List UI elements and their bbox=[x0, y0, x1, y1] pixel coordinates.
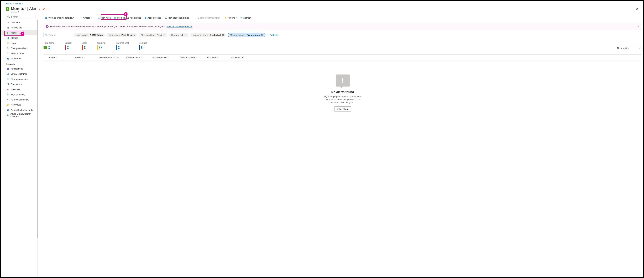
view-as-timeline-button[interactable]: ▦View as timeline (preview) bbox=[44, 15, 76, 20]
sidebar-item-logs[interactable]: 🗄Logs bbox=[1, 40, 37, 46]
refresh-icon: ⟳ bbox=[240, 16, 242, 19]
page-header: ! Monitor | Alerts Microsoft 📌 … ✕ bbox=[1, 5, 643, 14]
filter-alert-condition[interactable]: Alert condition : Fired✕ bbox=[139, 33, 167, 37]
col-affected-resource[interactable]: Affected resource↑↓ bbox=[97, 56, 124, 59]
col-severity[interactable]: Severity↑↓ bbox=[73, 56, 97, 59]
sidebar-item-cosmos-db[interactable]: ✦Azure Cosmos DB bbox=[1, 97, 37, 102]
alerts-search[interactable]: 🔍 bbox=[44, 33, 72, 37]
alerts-search-input[interactable] bbox=[49, 34, 70, 36]
workbooks-icon: ▣ bbox=[6, 57, 9, 60]
sort-icon: ↑↓ bbox=[168, 57, 170, 59]
total-alerts-icon bbox=[44, 46, 47, 49]
sidebar-item-metrics[interactable]: 📊Metrics bbox=[1, 35, 37, 40]
info-banner-text: New: View alerts visualized on a timelin… bbox=[50, 25, 192, 28]
severity-bar-info bbox=[116, 45, 117, 50]
filter-plus-icon: ⫟ bbox=[267, 34, 269, 36]
filter-time-range[interactable]: Time range : Past 30 days bbox=[106, 33, 137, 37]
count-label: Error bbox=[82, 42, 87, 44]
search-icon: 🔍 bbox=[7, 15, 10, 18]
activity-log-icon: ▤ bbox=[6, 26, 9, 29]
col-user-response[interactable]: User response↑↓ bbox=[150, 56, 178, 59]
chevron-down-icon: ▾ bbox=[91, 17, 92, 19]
collapse-sidebar-icon[interactable]: « bbox=[35, 15, 36, 18]
col-subscription[interactable]: Subscription bbox=[230, 56, 257, 59]
sidebar-item-data-explorer[interactable]: ▤Azure Data Explorer Clusters bbox=[1, 112, 37, 118]
col-alert-condition[interactable]: Alert condition↑↓ bbox=[124, 56, 150, 59]
sidebar-item-change-analysis[interactable]: ✎Change Analysis bbox=[1, 46, 37, 51]
count-label: Verbose bbox=[139, 42, 147, 44]
remove-filter-icon[interactable]: ✕ bbox=[163, 34, 165, 36]
more-icon[interactable]: … bbox=[47, 7, 50, 10]
add-filter-button[interactable]: ⫟Add filter bbox=[267, 34, 278, 36]
count-error[interactable]: Error 0 bbox=[82, 42, 87, 50]
sidebar-item-virtual-machines[interactable]: 🖥Virtual Machines bbox=[1, 71, 37, 76]
action-groups-button[interactable]: ▦Action groups bbox=[143, 15, 163, 20]
count-total[interactable]: Total alerts 0 bbox=[44, 42, 54, 50]
sidebar-item-label: Metrics bbox=[11, 37, 18, 39]
alert-rules-button[interactable]: ☷Alert rules bbox=[96, 15, 112, 20]
count-verbose[interactable]: Verbose 0 bbox=[139, 42, 147, 50]
count-informational[interactable]: Informational 0 bbox=[116, 42, 128, 50]
remove-filter-icon[interactable]: ✕ bbox=[185, 34, 186, 36]
sidebar-item-azure-cache-redis[interactable]: ▣Azure Cache for Redis bbox=[1, 107, 37, 112]
chevron-right-icon: › bbox=[12, 2, 15, 5]
sort-icon: ↑↓ bbox=[56, 57, 58, 59]
pin-icon[interactable]: 📌 bbox=[42, 8, 45, 10]
count-critical[interactable]: Critical 0 bbox=[65, 42, 72, 50]
count-warning[interactable]: Warning 0 bbox=[97, 42, 106, 50]
sidebar-item-label: Azure Cosmos DB bbox=[11, 98, 29, 101]
empty-state-icon: ! bbox=[336, 74, 350, 86]
filters-row: 🔍 Subscription : ACME Telco Time range :… bbox=[42, 30, 643, 37]
refresh-button[interactable]: ⟳Refresh bbox=[239, 15, 253, 20]
sidebar-search-input[interactable] bbox=[11, 15, 32, 18]
sidebar-item-storage-accounts[interactable]: ☰Storage accounts bbox=[1, 76, 37, 81]
sidebar-section-insights: Insights bbox=[1, 61, 37, 66]
sidebar-item-containers[interactable]: ❒Containers bbox=[1, 81, 37, 87]
sidebar-item-key-vaults[interactable]: 🔑Key Vaults bbox=[1, 102, 37, 107]
sidebar-item-alerts[interactable]: ▮Alerts bbox=[1, 30, 37, 35]
change-user-response-button: ✓Change user response bbox=[193, 15, 222, 20]
breadcrumb-home[interactable]: Home bbox=[6, 2, 12, 5]
breadcrumb-monitor[interactable]: Monitor bbox=[15, 2, 23, 5]
clear-filters-button[interactable]: Clear filters bbox=[334, 106, 351, 111]
count-value: 0 bbox=[67, 45, 69, 50]
sidebar-item-service-health[interactable]: ♡Service health bbox=[1, 51, 37, 56]
processing-rules-icon: ☷ bbox=[165, 16, 167, 19]
alert-processing-rules-button[interactable]: ☷Alert processing rules bbox=[163, 15, 191, 20]
dismiss-banner-icon[interactable]: ✕ bbox=[637, 25, 639, 28]
sidebar-search[interactable]: 🔍 bbox=[6, 15, 34, 19]
metrics-icon: 📊 bbox=[6, 36, 9, 39]
cosmos-icon: ✦ bbox=[6, 98, 9, 101]
actions-button[interactable]: ⚡Actions▾ bbox=[222, 15, 239, 20]
filter-severity[interactable]: Severity : all✕ bbox=[169, 33, 189, 37]
sidebar-item-label: Networks bbox=[11, 88, 20, 91]
sidebar-item-workbooks[interactable]: ▣Workbooks bbox=[1, 56, 37, 61]
sidebar-item-applications[interactable]: ⬤Applications bbox=[1, 66, 37, 71]
sidebar-item-label: Service health bbox=[11, 52, 25, 55]
sidebar-item-networks[interactable]: ◈Networks bbox=[1, 87, 37, 92]
containers-icon: ❒ bbox=[6, 83, 9, 85]
view-timeline-link[interactable]: View as timeline (preview) bbox=[166, 25, 192, 28]
sidebar-item-label: Applications bbox=[11, 67, 23, 70]
sidebar-item-overview[interactable]: ⊙Overview bbox=[1, 20, 37, 25]
create-button[interactable]: ＋Create▾ bbox=[78, 15, 94, 20]
filter-resource-name[interactable]: Resource name : 2 selected✕ bbox=[190, 33, 226, 37]
filter-subscription[interactable]: Subscription : ACME Telco bbox=[74, 33, 105, 37]
overview-icon: ⊙ bbox=[6, 21, 9, 24]
sql-icon: 🛢 bbox=[6, 93, 9, 96]
remove-filter-icon[interactable]: ✕ bbox=[222, 34, 224, 36]
col-fire-time[interactable]: Fire time↑↓ bbox=[205, 56, 230, 59]
empty-state-subtitle: Try changing your search or choose a dif… bbox=[324, 95, 362, 104]
grouping-select[interactable]: No grouping ▾ bbox=[616, 46, 642, 50]
grouping-value: No grouping bbox=[617, 47, 629, 49]
remove-filter-icon[interactable]: ✕ bbox=[261, 34, 263, 36]
sidebar-item-sql[interactable]: 🛢SQL (preview) bbox=[1, 92, 37, 97]
col-monitor-service[interactable]: Monitor service↑↓ bbox=[178, 56, 205, 59]
close-icon[interactable]: ✕ bbox=[636, 7, 639, 11]
col-name[interactable]: Name↑↓ bbox=[44, 56, 73, 59]
prometheus-rule-groups-button[interactable]: ◉Prometheus rule groups bbox=[112, 15, 143, 20]
sidebar-item-activity-log[interactable]: ▤Activity log bbox=[1, 25, 37, 30]
filter-monitor-service[interactable]: Monitor service : Prometheus✕ bbox=[228, 33, 265, 37]
sidebar-item-label: Change Analysis bbox=[11, 47, 28, 49]
count-label: Informational bbox=[116, 42, 128, 44]
